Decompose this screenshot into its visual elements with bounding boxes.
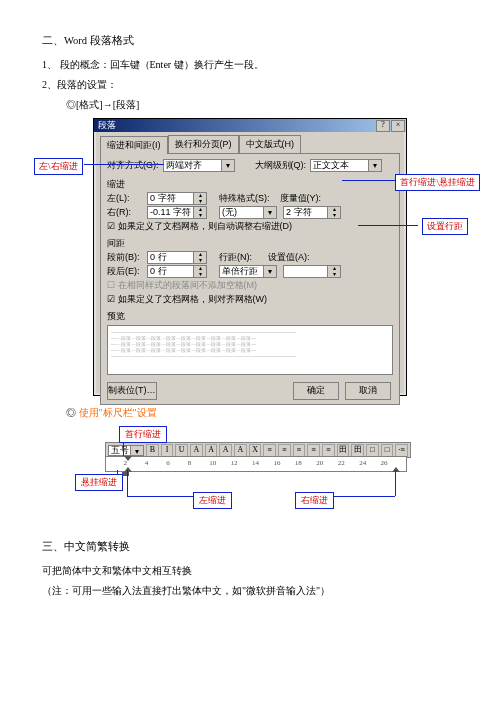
bold-button[interactable]: B	[146, 444, 159, 457]
first-line-indent-marker[interactable]	[124, 456, 132, 461]
ruler-tick: 16	[273, 459, 280, 467]
ruler[interactable]: 2468101214161820222426	[105, 456, 407, 472]
right-indent-spin[interactable]: -0.11 字符 ▴▾	[147, 206, 207, 219]
font-size-select[interactable]: 五号▾	[108, 445, 144, 456]
spinner-icon: ▴▾	[327, 266, 340, 277]
list-button[interactable]: ·≡	[395, 444, 408, 457]
ruler-tick: 12	[231, 459, 238, 467]
align-center-button[interactable]: ≡	[278, 444, 291, 457]
ruler-tick: 22	[338, 459, 345, 467]
convert-note: （注：可用一些输入法直接打出繁体中文，如"微软拼音输入法"）	[42, 584, 458, 598]
tab-line-page-break[interactable]: 换行和分页(P)	[168, 135, 239, 153]
ruler-tick: 20	[316, 459, 323, 467]
linespacing-label: 行距(N):	[219, 251, 252, 264]
bullet-format-paragraph: ◎[格式]→[段落]	[66, 98, 458, 112]
chevron-down-icon: ▾	[130, 446, 143, 455]
border-button[interactable]: 田	[337, 444, 350, 457]
font-button[interactable]: A	[219, 444, 232, 457]
ruler-tick: 10	[209, 459, 216, 467]
spinner-icon: ▴▾	[193, 252, 206, 263]
spinner-icon: ▴▾	[193, 207, 206, 218]
italic-button[interactable]: I	[161, 444, 174, 457]
line-spacing-button[interactable]: ≡	[322, 444, 335, 457]
auto-right-indent-checkbox[interactable]: 如果定义了文档网格，则自动调整右缩进(D)	[107, 220, 292, 233]
spinner-icon: ▴▾	[193, 266, 206, 277]
callout-right-indent: 右缩进	[295, 492, 334, 509]
bullet-ruler-setting: ◎ 使用"标尺栏"设置	[66, 406, 458, 420]
section-3-heading: 三、中文简繁转换	[42, 540, 458, 554]
close-icon[interactable]: ×	[391, 120, 405, 132]
ruler-tick: 26	[381, 459, 388, 467]
chevron-down-icon: ▾	[263, 207, 276, 218]
underline-button[interactable]: U	[175, 444, 188, 457]
after-spin[interactable]: 0 行 ▴▾	[147, 265, 207, 278]
align-justify-button[interactable]: ≡	[307, 444, 320, 457]
fontcolor-button[interactable]: □	[381, 444, 394, 457]
font-button[interactable]: A	[190, 444, 203, 457]
paragraph-dialog-screenshot: 段落 ? × 缩进和间距(I) 换行和分页(P) 中文版式(H) 对齐方式(G)…	[93, 118, 407, 396]
outline-select[interactable]: 正文文本▾	[310, 159, 382, 172]
callout-left-indent: 左缩进	[193, 492, 232, 509]
measure-label: 度量值(Y):	[280, 192, 322, 205]
align-to-grid-checkbox[interactable]: 如果定义了文档网格，则对齐网格(W)	[107, 293, 267, 306]
ruler-tick: 24	[359, 459, 366, 467]
linespacing-select[interactable]: 单倍行距▾	[219, 265, 277, 278]
strike-button[interactable]: X	[249, 444, 262, 457]
dialog-titlebar: 段落 ? ×	[94, 119, 406, 132]
highlight-button[interactable]: □	[366, 444, 379, 457]
alignment-label: 对齐方式(G):	[107, 159, 159, 172]
measure-spin[interactable]: 2 字符 ▴▾	[283, 206, 341, 219]
ok-button[interactable]: 确定	[293, 382, 339, 400]
before-spin[interactable]: 0 行 ▴▾	[147, 251, 207, 264]
special-label: 特殊格式(S):	[219, 192, 270, 205]
setat-label: 设置值(A):	[268, 251, 310, 264]
right-indent-label: 右(R):	[107, 206, 147, 219]
special-select[interactable]: (无)▾	[219, 206, 277, 219]
callout-first-hang-indent: 首行缩进\悬挂缩进	[395, 174, 480, 191]
spinner-icon: ▴▾	[193, 193, 206, 204]
right-indent-marker[interactable]	[392, 467, 400, 472]
left-indent-label: 左(L):	[107, 192, 147, 205]
chevron-down-icon: ▾	[221, 160, 234, 171]
spacing-group-label: 间距	[107, 237, 393, 250]
align-right-button[interactable]: ≡	[293, 444, 306, 457]
tabs-button[interactable]: 制表位(T)…	[107, 382, 157, 400]
tab-indent-spacing[interactable]: 缩进和间距(I)	[100, 136, 168, 154]
callout-first-line-indent: 首行缩进	[119, 426, 167, 443]
no-space-same-style-checkbox[interactable]: 在相同样式的段落间不添加空格(M)	[107, 279, 257, 292]
spinner-icon: ▴▾	[327, 207, 340, 218]
border-button[interactable]: 田	[351, 444, 364, 457]
callout-line-spacing: 设置行距	[422, 218, 468, 235]
convert-desc: 可把简体中文和繁体中文相互转换	[42, 564, 458, 578]
font-button[interactable]: A	[205, 444, 218, 457]
alignment-select[interactable]: 两端对齐▾	[163, 159, 235, 172]
ruler-screenshot: 五号▾ B I U A A A A X ≡ ≡ ≡ ≡ ≡ 田 田 □ □ ·≡…	[75, 426, 425, 516]
ruler-tick: 14	[252, 459, 259, 467]
dialog-title: 段落	[98, 120, 116, 130]
outline-label: 大纲级别(Q):	[255, 159, 307, 172]
concept-line: 1、 段的概念：回车键（Enter 键）换行产生一段。	[42, 58, 458, 72]
settings-line: 2、段落的设置：	[42, 78, 458, 92]
preview-label: 预览	[107, 310, 393, 323]
callout-left-right-indent: 左\右缩进	[34, 158, 83, 175]
ruler-tick: 6	[166, 459, 170, 467]
ruler-tick: 8	[188, 459, 192, 467]
preview-box: ————————————————————————————————————— —一…	[107, 325, 393, 375]
chevron-down-icon: ▾	[368, 160, 381, 171]
left-indent-spin[interactable]: 0 字符 ▴▾	[147, 192, 207, 205]
align-left-button[interactable]: ≡	[263, 444, 276, 457]
font-button[interactable]: A	[234, 444, 247, 457]
after-label: 段后(E):	[107, 265, 147, 278]
ruler-tick: 18	[295, 459, 302, 467]
tab-chinese-layout[interactable]: 中文版式(H)	[239, 135, 302, 153]
before-label: 段前(B):	[107, 251, 147, 264]
section-2-heading: 二、Word 段落格式	[42, 34, 458, 48]
setat-spin[interactable]: ▴▾	[283, 265, 341, 278]
chevron-down-icon: ▾	[263, 266, 276, 277]
callout-hanging-indent: 悬挂缩进	[75, 474, 123, 491]
help-icon[interactable]: ?	[376, 120, 390, 132]
cancel-button[interactable]: 取消	[345, 382, 391, 400]
ruler-tick: 4	[145, 459, 149, 467]
